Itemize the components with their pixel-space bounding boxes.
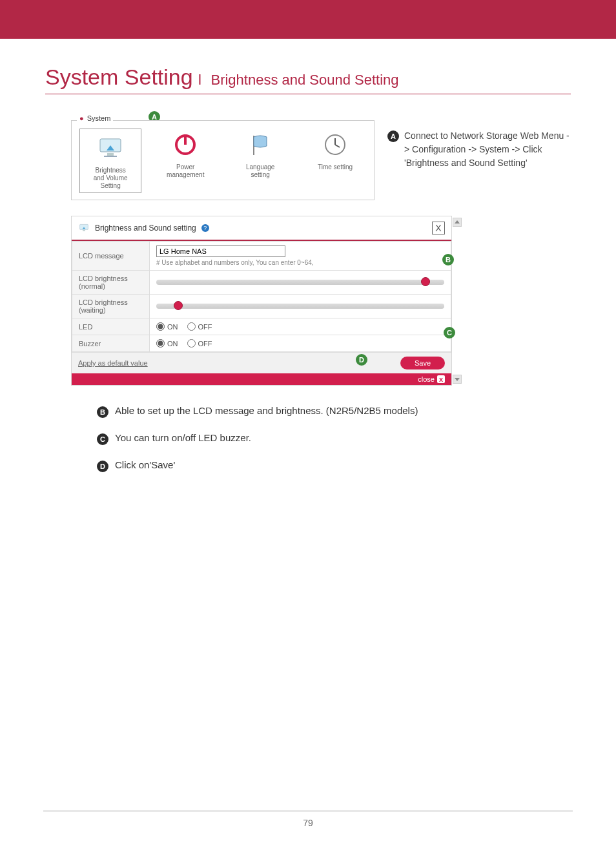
bullet-icon: ● — [79, 114, 84, 122]
note-b-text: Able to set up the LCD message and brigh… — [115, 405, 418, 416]
svg-rect-10 — [83, 230, 85, 231]
title-divider: l — [198, 72, 201, 88]
system-item-power[interactable]: Power management — [154, 129, 216, 193]
slider-knob[interactable] — [421, 277, 430, 286]
system-item-language[interactable]: Language setting — [229, 129, 291, 193]
notes: B Able to set up the LCD message and bri… — [71, 405, 571, 472]
lcd-message-hint: # Use alphabet and numbers only, You can… — [156, 259, 444, 266]
row-lcd-message: LCD message # Use alphabet and numbers o… — [72, 242, 451, 271]
callout-badge-d: D — [97, 461, 108, 472]
system-group-box: ● System Brightness and Volume Setting P… — [71, 120, 375, 200]
row-buzzer: Buzzer ON OFF — [72, 335, 451, 352]
slider-knob[interactable] — [174, 301, 183, 310]
help-icon[interactable]: ? — [201, 224, 209, 232]
buzzer-label: Buzzer — [72, 335, 150, 352]
system-item-caption: Language setting — [229, 163, 291, 179]
callout-badge-c: C — [97, 433, 108, 445]
system-icon-row: Brightness and Volume Setting Power mana… — [79, 129, 366, 193]
svg-rect-1 — [107, 153, 114, 156]
lcd-bright-waiting-slider[interactable] — [156, 304, 444, 309]
page-subtitle: Brightness and Sound Setting — [210, 72, 398, 88]
lcd-message-input[interactable] — [156, 245, 285, 257]
note-c-text: You can turn on/off LED buzzer. — [115, 432, 251, 443]
page-footer: 79 — [0, 811, 616, 828]
system-item-brightness[interactable]: Brightness and Volume Setting — [79, 129, 141, 193]
dialog-close-bar[interactable]: closex — [72, 373, 451, 385]
callout-a-text: Connect to Network Storage Web Menu -> C… — [404, 129, 571, 170]
system-item-caption: Time setting — [304, 163, 366, 171]
dialog-footer: Apply as default value Save — [72, 352, 451, 373]
close-bar-text: close — [418, 375, 435, 383]
dialog-header: Brightness and Sound setting ? X — [72, 216, 451, 241]
power-icon — [172, 132, 198, 158]
system-group-text: System — [87, 114, 111, 122]
callout-a: A Connect to Network Storage Web Menu ->… — [387, 129, 571, 170]
settings-dialog: B C D Brightness and Sound setting ? X L… — [71, 216, 452, 386]
led-label: LED — [72, 318, 150, 335]
page-title: System Setting — [45, 65, 193, 89]
callout-badge-a: A — [387, 130, 399, 142]
note-d: D Click on'Save' — [97, 459, 571, 472]
note-b: B Able to set up the LCD message and bri… — [97, 405, 571, 418]
callout-badge-b-on-figure: B — [442, 254, 454, 265]
system-item-caption: Brightness and Volume Setting — [83, 167, 138, 190]
monitor-small-icon — [78, 223, 90, 233]
scroll-up-icon[interactable] — [453, 218, 462, 227]
callout-badge-b: B — [97, 406, 108, 418]
header-bar — [0, 0, 616, 39]
dialog-title: Brightness and Sound setting — [95, 224, 196, 233]
page-body: System Setting l Brightness and Sound Se… — [0, 39, 616, 472]
lcd-bright-normal-slider[interactable] — [156, 280, 444, 285]
lcd-bright-waiting-label: LCD brightness (waiting) — [72, 295, 150, 318]
system-item-time[interactable]: Time setting — [304, 129, 366, 193]
svg-rect-2 — [104, 156, 117, 157]
system-item-caption: Power management — [154, 163, 216, 179]
led-on-radio[interactable]: ON — [156, 322, 178, 331]
page-title-row: System Setting l Brightness and Sound Se… — [45, 65, 571, 94]
scroll-down-icon[interactable] — [453, 375, 462, 384]
lcd-bright-normal-label: LCD brightness (normal) — [72, 271, 150, 295]
apply-default-link[interactable]: Apply as default value — [78, 359, 148, 367]
content: A ● System Brightness and Volume Setting… — [45, 120, 571, 472]
close-bar-x-icon: x — [437, 375, 445, 383]
callout-badge-d-on-figure: D — [356, 354, 367, 366]
callout-badge-c-on-figure: C — [444, 327, 455, 338]
buzzer-on-radio[interactable]: ON — [156, 339, 178, 348]
settings-table: LCD message # Use alphabet and numbers o… — [72, 241, 451, 352]
row-lcd-brightness-waiting: LCD brightness (waiting) — [72, 295, 451, 318]
buzzer-off-radio[interactable]: OFF — [187, 339, 212, 348]
flag-icon — [247, 132, 273, 158]
row-lcd-brightness-normal: LCD brightness (normal) — [72, 271, 451, 295]
led-off-radio[interactable]: OFF — [187, 322, 212, 331]
dialog-close-button[interactable]: X — [432, 222, 445, 234]
note-c: C You can turn on/off LED buzzer. — [97, 432, 571, 445]
system-group-label: ● System — [77, 114, 113, 122]
clock-icon — [322, 132, 348, 158]
row-led: LED ON OFF — [72, 318, 451, 335]
save-button[interactable]: Save — [400, 357, 445, 369]
system-row: A ● System Brightness and Volume Setting… — [71, 120, 571, 200]
monitor-icon — [98, 135, 123, 161]
note-d-text: Click on'Save' — [115, 459, 175, 470]
page-number: 79 — [303, 818, 313, 828]
lcd-message-label: LCD message — [72, 242, 150, 271]
